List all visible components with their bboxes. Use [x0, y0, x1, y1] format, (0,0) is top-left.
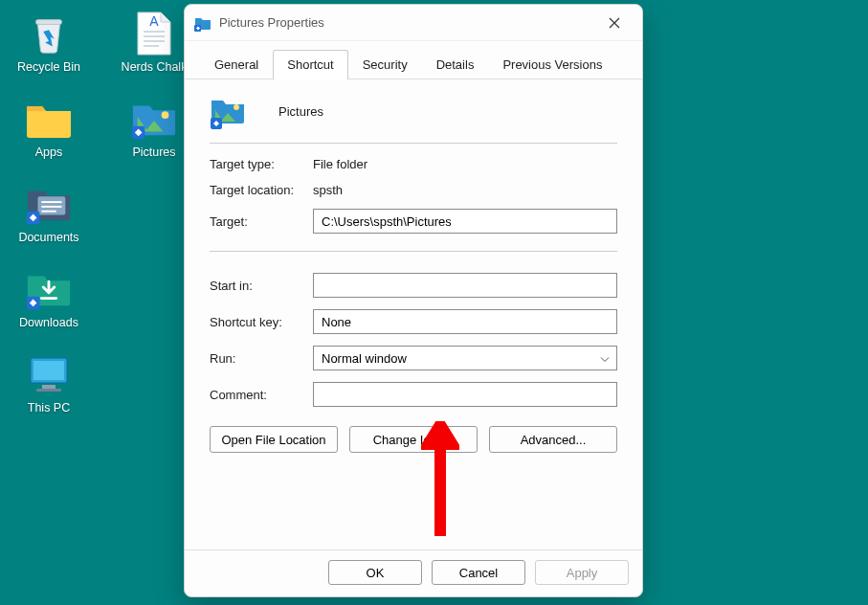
this-pc-icon [25, 350, 73, 398]
target-location-label: Target location: [210, 183, 313, 197]
svg-rect-18 [36, 389, 61, 392]
desktop-icon-label: Pictures [132, 146, 175, 159]
desktop-icon-this-pc[interactable]: This PC [8, 350, 90, 415]
desktop-icon-recycle-bin[interactable]: Recycle Bin [8, 10, 90, 74]
comment-label: Comment: [210, 388, 313, 402]
titlebar[interactable]: Pictures Properties [185, 5, 642, 41]
advanced-button[interactable]: Advanced... [489, 426, 617, 453]
dialog-title: Pictures Properties [219, 15, 594, 30]
target-type-label: Target type: [210, 157, 313, 171]
target-label: Target: [210, 214, 313, 229]
properties-dialog: Pictures Properties General Shortcut Sec… [184, 4, 643, 597]
open-file-location-button[interactable]: Open File Location [210, 426, 338, 453]
comment-input[interactable] [313, 382, 617, 407]
ok-button[interactable]: OK [328, 560, 422, 585]
desktop-icon-apps[interactable]: Apps [8, 95, 90, 159]
document-icon: A [130, 10, 178, 57]
svg-point-6 [162, 111, 169, 119]
cancel-button[interactable]: Cancel [432, 560, 525, 585]
desktop-icon-documents[interactable]: Documents [8, 180, 90, 244]
desktop-icon-downloads[interactable]: Downloads [8, 265, 90, 329]
start-in-input[interactable] [313, 273, 617, 298]
dialog-footer: OK Cancel Apply [185, 549, 642, 596]
run-select[interactable]: Normal window [313, 346, 617, 370]
pictures-folder-icon [130, 95, 178, 143]
pictures-folder-icon [194, 14, 211, 32]
tab-security[interactable]: Security [348, 50, 422, 79]
close-button[interactable] [594, 9, 634, 37]
downloads-folder-icon [25, 265, 73, 313]
recycle-bin-icon [25, 10, 73, 57]
tab-shortcut[interactable]: Shortcut [273, 50, 347, 79]
pictures-folder-icon [210, 93, 246, 129]
svg-rect-0 [36, 20, 62, 25]
tabstrip: General Shortcut Security Details Previo… [185, 41, 642, 79]
desktop-icon-label: Nerds Chalk [122, 60, 188, 74]
target-input[interactable] [313, 209, 617, 234]
tab-general[interactable]: General [200, 50, 273, 79]
svg-text:A: A [149, 13, 159, 29]
svg-point-20 [234, 104, 239, 110]
tab-details[interactable]: Details [422, 50, 489, 79]
desktop-icon-label: This PC [28, 401, 70, 415]
documents-folder-icon [25, 180, 73, 228]
apply-button[interactable]: Apply [535, 560, 629, 585]
tab-previous-versions[interactable]: Previous Versions [488, 50, 616, 79]
target-type-value: File folder [313, 157, 367, 171]
run-label: Run: [210, 351, 313, 366]
close-icon [609, 17, 620, 29]
desktop-icon-label: Documents [18, 231, 78, 244]
tab-content-shortcut: Pictures Target type: File folder Target… [185, 79, 642, 549]
svg-rect-16 [33, 361, 64, 380]
svg-rect-17 [42, 385, 56, 389]
desktop-icon-label: Downloads [19, 316, 78, 329]
folder-icon [25, 95, 73, 143]
shortcut-key-input[interactable] [313, 309, 617, 334]
shortcut-key-label: Shortcut key: [210, 315, 313, 329]
separator [210, 251, 617, 252]
desktop-icon-label: Apps [35, 146, 63, 159]
shortcut-name: Pictures [278, 104, 323, 119]
target-location-value: spsth [313, 183, 343, 197]
start-in-label: Start in: [210, 279, 313, 293]
change-icon-button[interactable]: Change Icon... [349, 426, 478, 453]
desktop-icon-label: Recycle Bin [17, 60, 80, 74]
